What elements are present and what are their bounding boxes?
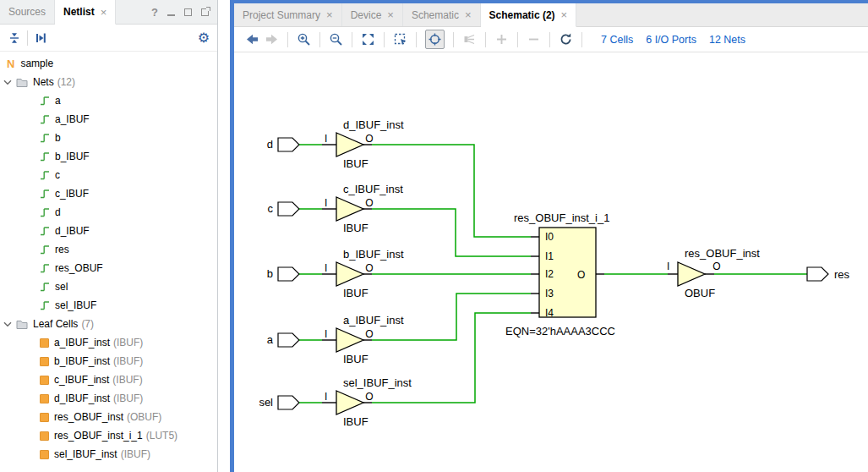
tree-item-net[interactable]: c — [0, 166, 217, 184]
schematic-toolbar: 7 Cells 6 I/O Ports 12 Nets — [234, 27, 868, 52]
float-icon[interactable] — [201, 8, 209, 16]
tree-item-net[interactable]: b — [0, 129, 217, 147]
refresh-button[interactable] — [559, 32, 573, 47]
tab-project-summary[interactable]: Project Summary × — [234, 3, 342, 26]
net-icon — [40, 207, 50, 217]
plus-icon — [494, 32, 509, 47]
tree-item-net[interactable]: res_OBUF — [0, 259, 217, 277]
tree-item-net[interactable]: res — [0, 240, 217, 259]
autofit-selection-button[interactable] — [425, 30, 445, 49]
tree-group-leaf-cells[interactable]: Leaf Cells (7) — [0, 315, 217, 333]
back-button[interactable] — [245, 32, 259, 47]
zoom-to-selection-button[interactable] — [393, 32, 407, 47]
ibuf-cell[interactable] — [336, 328, 363, 352]
minimize-icon[interactable] — [167, 14, 175, 16]
forward-button[interactable] — [265, 32, 279, 47]
zoom-in-button[interactable] — [297, 32, 311, 47]
tab-schematic-2[interactable]: Schematic (2) × — [481, 3, 577, 27]
cell-type: (OBUF) — [127, 411, 161, 423]
tree-item-cell[interactable]: res_OBUF_inst(OBUF) — [0, 408, 217, 426]
tree-item-cell[interactable]: res_OBUF_inst_i_1(LUT5) — [0, 426, 217, 445]
close-icon[interactable]: × — [387, 9, 394, 20]
net-icon — [40, 263, 50, 273]
input-port-symbol[interactable] — [278, 138, 299, 151]
port-label: a — [267, 333, 274, 346]
tree-item-cell[interactable]: c_IBUF_inst(IBUF) — [0, 370, 217, 389]
cell-icon — [40, 413, 49, 422]
cell-type: (IBUF) — [113, 355, 143, 367]
ibuf-cell[interactable] — [336, 197, 363, 221]
tree-item-cell[interactable]: a_IBUF_inst(IBUF) — [0, 333, 217, 352]
schematic-canvas[interactable]: d I O d_IBUF_inst IBUF c I O — [234, 56, 868, 472]
pin-in-label: I — [325, 133, 327, 145]
cell-icon — [40, 431, 49, 441]
ibuf-cell[interactable] — [336, 133, 363, 156]
pin-label: I3 — [545, 288, 554, 299]
pin-out-label: O — [365, 133, 373, 145]
settings-gear-icon[interactable]: ⚙ — [198, 31, 210, 45]
nets-link[interactable]: 12 Nets — [709, 34, 745, 46]
tree-item-net[interactable]: a — [0, 91, 217, 110]
tree-item-net[interactable]: c_IBUF — [0, 184, 217, 203]
remove-button[interactable] — [527, 32, 541, 47]
tree-item-net[interactable]: d_IBUF — [0, 222, 217, 240]
tree-item-net[interactable]: sel — [0, 277, 217, 296]
scroll-to-selected-button[interactable] — [34, 31, 47, 45]
cell-type-label: IBUF — [343, 157, 368, 170]
tree-item-net[interactable]: sel_IBUF — [0, 296, 217, 315]
toolbar-separator — [453, 32, 454, 47]
chevron-down-icon[interactable] — [3, 321, 12, 327]
tree-item-net[interactable]: a_IBUF — [0, 110, 217, 129]
net-icon — [40, 133, 50, 143]
cells-link[interactable]: 7 Cells — [601, 34, 633, 46]
chevron-down-icon[interactable] — [3, 80, 12, 85]
collapse-all-button[interactable] — [8, 31, 21, 45]
cell-type: (IBUF) — [113, 337, 143, 349]
tab-sources[interactable]: Sources — [0, 0, 55, 24]
ibuf-cell[interactable] — [336, 262, 363, 286]
obuf-cell[interactable] — [678, 262, 705, 286]
maximize-icon[interactable] — [184, 8, 192, 16]
ibuf-cell[interactable] — [336, 391, 363, 414]
add-button[interactable] — [494, 32, 509, 47]
input-port-symbol[interactable] — [278, 396, 299, 409]
toolbar-separator — [319, 32, 320, 47]
cell-label: res_OBUF_inst — [54, 411, 123, 423]
port-label: sel — [259, 396, 273, 409]
tree-item-cell[interactable]: sel_IBUF_inst(IBUF) — [0, 445, 217, 464]
tree-item-cell[interactable]: b_IBUF_inst(IBUF) — [0, 352, 217, 370]
tree-item-cell[interactable]: d_IBUF_inst(IBUF) — [0, 389, 217, 408]
tab-netlist[interactable]: Netlist × — [55, 0, 116, 25]
net-icon — [40, 170, 50, 180]
net-icon — [40, 114, 50, 124]
close-icon[interactable]: × — [465, 9, 472, 20]
tab-device[interactable]: Device × — [342, 3, 403, 26]
io-ports-link[interactable]: 6 I/O Ports — [646, 34, 696, 46]
tab-schematic[interactable]: Schematic × — [403, 3, 481, 26]
tree-root[interactable]: N sample — [0, 54, 217, 73]
input-port-symbol[interactable] — [278, 202, 299, 216]
expand-cone-button[interactable] — [462, 32, 477, 47]
tree-group-nets[interactable]: Nets (12) — [0, 73, 217, 91]
output-port-symbol[interactable] — [807, 267, 828, 281]
close-icon[interactable]: × — [101, 7, 107, 18]
cell-type: (IBUF) — [113, 392, 143, 404]
refresh-icon — [559, 32, 573, 47]
zoom-out-icon — [329, 32, 343, 47]
zoom-to-selection-icon — [393, 32, 407, 47]
tree-group-count: (12) — [57, 76, 75, 88]
expand-cone-icon — [462, 32, 477, 47]
zoom-fit-button[interactable] — [361, 32, 375, 47]
minus-icon — [527, 32, 541, 47]
input-port-symbol[interactable] — [278, 267, 299, 281]
netlist-panel: Sources Netlist × ? — [0, 0, 218, 472]
forward-icon — [265, 32, 279, 47]
tree-item-net[interactable]: d — [0, 203, 217, 222]
instance-name: sel_IBUF_inst — [343, 376, 412, 389]
help-icon[interactable]: ? — [151, 6, 158, 19]
close-icon[interactable]: × — [326, 9, 333, 20]
tree-item-net[interactable]: b_IBUF — [0, 147, 217, 166]
input-port-symbol[interactable] — [278, 333, 299, 347]
zoom-out-button[interactable] — [329, 32, 343, 47]
close-icon[interactable]: × — [561, 9, 568, 20]
